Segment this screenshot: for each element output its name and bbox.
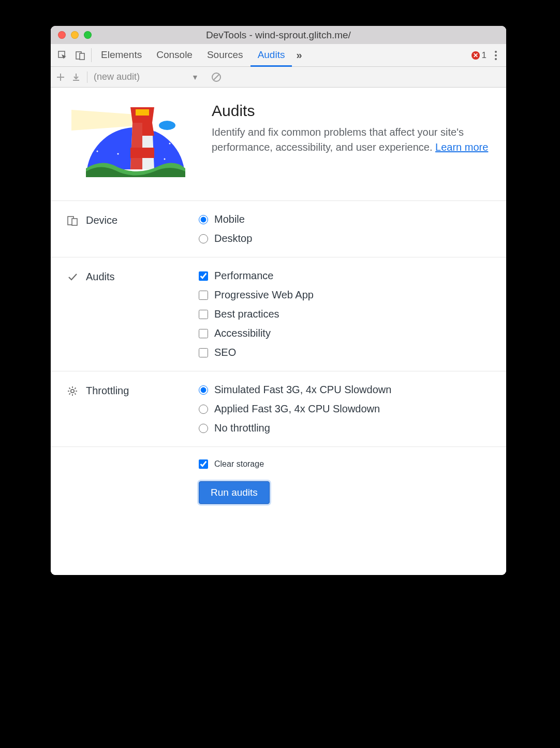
- devtools-window: DevTools - wind-sprout.glitch.me/ Elemen…: [51, 26, 506, 575]
- divider: [91, 48, 92, 62]
- tab-sources[interactable]: Sources: [200, 44, 250, 67]
- svg-line-28: [69, 393, 70, 394]
- audit-select[interactable]: (new audit) ▼: [94, 71, 199, 82]
- section-audits: Audits Performance Progressive Web App B…: [51, 257, 506, 371]
- device-toolbar-icon[interactable]: [71, 44, 89, 66]
- intro-description: Identify and fix common problems that af…: [212, 125, 491, 155]
- tabstrip: Elements Console Sources Audits » ✕ 1: [51, 44, 506, 67]
- radio-applied-3g[interactable]: Applied Fast 3G, 4x CPU Slowdown: [199, 403, 391, 415]
- svg-line-27: [75, 393, 76, 394]
- svg-point-4: [107, 133, 109, 134]
- checkbox-input[interactable]: [199, 310, 208, 319]
- tab-label: Audits: [258, 49, 285, 61]
- radio-no-throttle[interactable]: No throttling: [199, 422, 391, 434]
- label-text: Audits: [86, 271, 115, 283]
- run-section: Clear storage Run audits: [51, 447, 506, 525]
- svg-point-10: [117, 153, 119, 155]
- device-options: Mobile Desktop: [199, 213, 252, 244]
- radio-input[interactable]: [199, 385, 208, 395]
- svg-point-6: [154, 130, 155, 132]
- checkbox-input[interactable]: [199, 291, 208, 300]
- window-title: DevTools - wind-sprout.glitch.me/: [51, 30, 506, 41]
- option-label: Performance: [214, 270, 274, 282]
- section-label-throttling: Throttling: [66, 384, 188, 434]
- label-text: Throttling: [86, 385, 129, 397]
- svg-line-26: [69, 388, 70, 389]
- option-label: Mobile: [214, 213, 245, 225]
- radio-input[interactable]: [199, 424, 208, 433]
- checkbox-clear-storage[interactable]: Clear storage: [199, 459, 270, 469]
- inspect-element-icon[interactable]: [54, 44, 71, 66]
- tab-label: Elements: [101, 49, 142, 61]
- svg-marker-17: [130, 148, 154, 158]
- error-icon: ✕: [471, 51, 480, 60]
- svg-rect-20: [72, 219, 77, 225]
- tab-label: Console: [156, 49, 193, 61]
- checkbox-input[interactable]: [199, 348, 208, 357]
- option-label: SEO: [214, 347, 236, 358]
- checkbox-accessibility[interactable]: Accessibility: [199, 327, 314, 339]
- new-audit-icon[interactable]: [56, 73, 65, 82]
- svg-point-18: [159, 121, 175, 130]
- run-audits-button[interactable]: Run audits: [199, 481, 270, 504]
- intro-body: Identify and fix common problems that af…: [212, 126, 464, 153]
- option-label: No throttling: [214, 422, 270, 434]
- tab-console[interactable]: Console: [149, 44, 200, 67]
- svg-rect-13: [136, 109, 149, 116]
- label-text: Device: [86, 214, 117, 226]
- radio-mobile[interactable]: Mobile: [199, 213, 252, 225]
- checkbox-seo[interactable]: SEO: [199, 347, 314, 358]
- option-label: Accessibility: [214, 327, 271, 339]
- radio-input[interactable]: [199, 234, 208, 243]
- download-icon[interactable]: [71, 73, 81, 82]
- section-label-device: Device: [66, 213, 188, 244]
- check-icon: [66, 271, 79, 283]
- more-tabs-button[interactable]: »: [292, 44, 306, 66]
- checkbox-input[interactable]: [199, 271, 208, 281]
- chevron-down-icon: ▼: [191, 73, 199, 81]
- option-label: Desktop: [214, 233, 252, 244]
- option-label: Progressive Web App: [214, 289, 314, 301]
- section-label-audits: Audits: [66, 270, 188, 358]
- divider: [87, 71, 87, 83]
- option-label: Clear storage: [214, 459, 264, 469]
- radio-input[interactable]: [199, 405, 208, 414]
- svg-line-29: [75, 388, 76, 389]
- checkbox-input[interactable]: [199, 459, 208, 469]
- option-label: Applied Fast 3G, 4x CPU Slowdown: [214, 403, 380, 415]
- checkbox-performance[interactable]: Performance: [199, 270, 314, 282]
- intro-text: Audits Identify and fix common problems …: [212, 102, 491, 185]
- lighthouse-illustration: [66, 102, 196, 185]
- radio-desktop[interactable]: Desktop: [199, 233, 252, 244]
- checkbox-pwa[interactable]: Progressive Web App: [199, 289, 314, 301]
- audit-toolbar: (new audit) ▼: [51, 67, 506, 88]
- svg-rect-2: [80, 53, 84, 60]
- tab-label: Sources: [207, 49, 243, 61]
- checkbox-input[interactable]: [199, 329, 208, 338]
- audit-select-label: (new audit): [94, 71, 140, 82]
- option-label: Best practices: [214, 308, 279, 320]
- section-device: Device Mobile Desktop: [51, 200, 506, 257]
- settings-menu-icon[interactable]: [492, 51, 500, 60]
- error-count-badge[interactable]: ✕ 1: [471, 50, 487, 61]
- tab-audits[interactable]: Audits: [250, 44, 292, 67]
- learn-more-link[interactable]: Learn more: [435, 141, 488, 153]
- option-label: Simulated Fast 3G, 4x CPU Slowdown: [214, 384, 391, 396]
- clear-icon[interactable]: [211, 72, 222, 82]
- intro: Audits Identify and fix common problems …: [51, 88, 506, 200]
- svg-point-21: [71, 390, 74, 393]
- page-title: Audits: [212, 102, 491, 120]
- svg-marker-15: [130, 123, 142, 169]
- svg-point-8: [97, 151, 98, 152]
- radio-sim-3g[interactable]: Simulated Fast 3G, 4x CPU Slowdown: [199, 384, 391, 396]
- titlebar: DevTools - wind-sprout.glitch.me/: [51, 26, 506, 44]
- radio-input[interactable]: [199, 215, 208, 224]
- checkbox-best-practices[interactable]: Best practices: [199, 308, 314, 320]
- audits-options: Performance Progressive Web App Best pra…: [199, 270, 314, 358]
- svg-point-9: [164, 159, 166, 160]
- audits-panel: Audits Identify and fix common problems …: [51, 88, 506, 575]
- tab-elements[interactable]: Elements: [94, 44, 149, 67]
- device-icon: [66, 214, 79, 227]
- error-count: 1: [482, 50, 487, 61]
- svg-point-7: [169, 143, 171, 145]
